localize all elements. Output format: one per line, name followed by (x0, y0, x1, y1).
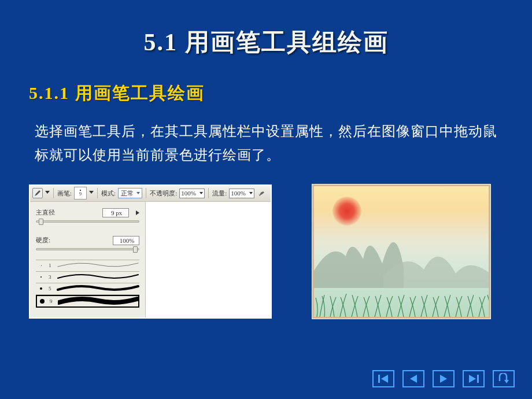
brush-preview-swatch[interactable]: 9 (74, 187, 87, 200)
nav-first-button[interactable] (372, 370, 394, 387)
play-icon[interactable] (136, 210, 139, 215)
brush-dot-icon (38, 297, 46, 305)
toolbar-divider (97, 188, 98, 198)
mountains-shape (314, 201, 490, 288)
brush-options-toolbar: 画笔: 9 模式: 正常 不透明度: 100% 流量: 100% (30, 186, 271, 202)
mode-dropdown[interactable]: 正常 (118, 188, 142, 198)
brush-stroke-preview (58, 295, 138, 307)
chevron-down-icon (249, 192, 253, 194)
brush-size-label: 1 (49, 263, 53, 268)
toolbar-divider (53, 188, 54, 198)
hardness-label: 硬度: (36, 236, 60, 245)
nav-buttons (372, 370, 515, 387)
main-title: 5.1 用画笔工具组绘画 (0, 0, 532, 58)
sub-title: 5.1.1 用画笔工具绘画 (0, 58, 532, 105)
brush-preset-list: 1359 (36, 260, 139, 315)
brush-size-label: 9 (50, 298, 54, 304)
svg-marker-3 (381, 375, 388, 383)
brush-size-label: 3 (49, 274, 53, 280)
brush-dot-icon (37, 285, 45, 293)
opacity-input[interactable]: 100% (179, 189, 205, 198)
svg-point-1 (259, 194, 260, 195)
sample-painting (312, 184, 490, 319)
brush-preset-dropdown-icon[interactable] (89, 191, 94, 195)
brush-dot-icon (37, 261, 45, 269)
opacity-label: 不透明度: (150, 189, 177, 198)
brush-canvas-preview (146, 202, 271, 317)
brush-label: 画笔: (57, 189, 72, 198)
brush-options-panel: 画笔: 9 模式: 正常 不透明度: 100% 流量: 100% (29, 184, 272, 319)
chevron-down-icon (200, 192, 203, 194)
flow-input[interactable]: 100% (229, 189, 254, 198)
brush-stroke-preview (57, 271, 139, 283)
airbrush-icon[interactable] (257, 188, 267, 198)
flow-value: 100% (231, 190, 246, 197)
brush-preview-size: 9 (79, 191, 82, 197)
flow-label: 流量: (212, 189, 227, 198)
toolbar-divider (208, 188, 209, 198)
mode-label: 模式: (101, 189, 116, 198)
svg-rect-2 (378, 375, 380, 383)
body-text: 选择画笔工具后，在其工具属性栏中设置属性，然后在图像窗口中拖动鼠标就可以使用当前… (0, 105, 532, 167)
nav-prev-button[interactable] (402, 370, 424, 387)
hardness-input[interactable]: 100% (113, 236, 139, 245)
hardness-row: 硬度: 100% (36, 236, 139, 245)
brush-preset-row[interactable]: 1 (36, 260, 139, 272)
brush-size-label: 5 (49, 286, 53, 291)
mode-value: 正常 (121, 189, 134, 198)
diameter-label: 主直径 (36, 208, 60, 217)
brush-panel-body: 主直径 9 px 硬度: 100% 1359 (30, 202, 271, 317)
svg-marker-4 (410, 375, 417, 383)
images-row: 画笔: 9 模式: 正常 不透明度: 100% 流量: 100% (0, 167, 532, 319)
grass-shape (314, 289, 490, 317)
svg-marker-6 (469, 375, 476, 383)
brush-stroke-preview (57, 260, 139, 271)
opacity-value: 100% (181, 190, 196, 197)
nav-next-button[interactable] (433, 370, 455, 387)
hardness-slider[interactable] (36, 248, 139, 250)
brush-preset-row[interactable]: 3 (36, 272, 139, 283)
tool-dropdown-arrow-icon[interactable] (45, 191, 50, 195)
brush-preset-row[interactable]: 5 (36, 283, 139, 295)
brush-tool-icon[interactable] (32, 188, 43, 198)
toolbar-divider (146, 188, 146, 198)
slider-thumb[interactable] (39, 219, 43, 225)
svg-marker-8 (504, 380, 509, 383)
brush-preset-row[interactable]: 9 (36, 295, 139, 308)
nav-last-button[interactable] (463, 370, 485, 387)
diameter-input[interactable]: 9 px (102, 208, 129, 217)
diameter-slider[interactable] (36, 220, 139, 223)
brush-settings-column: 主直径 9 px 硬度: 100% 1359 (30, 202, 146, 317)
svg-rect-7 (477, 375, 479, 383)
brush-stroke-preview (57, 283, 139, 294)
brush-dot-icon (37, 273, 45, 281)
svg-marker-5 (440, 375, 447, 383)
svg-point-0 (260, 195, 260, 195)
nav-return-button[interactable] (493, 370, 515, 387)
diameter-row: 主直径 9 px (36, 208, 139, 217)
slider-thumb[interactable] (133, 246, 138, 253)
